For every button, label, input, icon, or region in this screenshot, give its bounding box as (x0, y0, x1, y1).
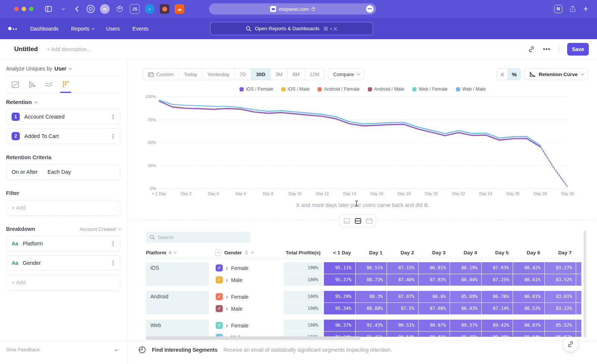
expand-chevron-icon[interactable]: › (226, 322, 228, 329)
range-30d[interactable]: 30D (251, 69, 271, 80)
close-window-button[interactable] (14, 7, 19, 11)
more-actions-button[interactable]: ••• (543, 46, 550, 53)
tab-insights[interactable] (11, 81, 19, 92)
table-search[interactable] (146, 232, 250, 243)
url-more-button[interactable]: ••• (366, 5, 373, 13)
legend-item[interactable]: Web / Female (412, 87, 448, 92)
range-today[interactable]: Today (179, 69, 203, 80)
range-custom[interactable]: Custom (143, 69, 179, 80)
breakdown-item-platform[interactable]: AaPlatform••• (6, 236, 120, 251)
horizontal-scrollbar[interactable] (146, 336, 360, 340)
range-6m[interactable]: 6M (288, 69, 305, 80)
gender-select-all-checkbox[interactable]: − (215, 250, 221, 256)
nav-item-events[interactable]: Events (132, 26, 149, 32)
mixpanel-logo[interactable] (8, 27, 17, 30)
criteria-on-or-after[interactable]: On or After (12, 169, 38, 175)
chart-type-dropdown[interactable]: Retention Curve (524, 68, 588, 80)
retention-criteria-control[interactable]: On or After Each Day (6, 164, 120, 180)
total-profiles-column-header[interactable]: Total Profile(s) (284, 250, 323, 255)
retention-step-1[interactable]: 1Account Created••• (6, 109, 120, 125)
expand-chevron-icon[interactable]: › (226, 293, 228, 301)
tab-retention[interactable] (62, 81, 70, 92)
report-description-placeholder[interactable]: + Add description... (47, 46, 91, 52)
legend-item[interactable]: iOS / Male (281, 87, 309, 92)
share-icon[interactable] (570, 6, 576, 12)
nav-item-dashboards[interactable]: Dashboards (30, 26, 59, 32)
range-12m[interactable]: 12M (305, 69, 324, 80)
extension-circle-icon[interactable] (87, 5, 95, 13)
layout-chart-focus-icon[interactable] (341, 216, 352, 226)
extension-m-icon[interactable]: m (100, 4, 110, 14)
gender-checkbox[interactable]: ✓ (216, 293, 223, 300)
collapse-sidebar-icon[interactable]: ⇤ (115, 347, 119, 353)
filter-add-button[interactable]: + Add (6, 200, 120, 216)
legend-item[interactable]: Android / Male (368, 87, 404, 92)
criteria-each-day[interactable]: Each Day (47, 169, 71, 175)
tab-flows[interactable] (45, 81, 53, 92)
day-column-header[interactable]: < 1 Day (324, 250, 356, 255)
vertical-scrollbar[interactable] (584, 230, 586, 338)
table-search-input[interactable] (158, 235, 240, 240)
url-bar[interactable]: mixpanel.com ••• (209, 3, 376, 15)
step-options-button[interactable]: ••• (111, 134, 115, 139)
day-column-header[interactable]: Day 7 (545, 250, 576, 255)
gender-column-header[interactable]: − Gender 3 (215, 250, 284, 256)
analyze-value[interactable]: User (54, 66, 66, 72)
legend-item[interactable]: Web / Male (456, 87, 486, 92)
tab-funnels[interactable] (28, 81, 36, 92)
layout-split-icon[interactable] (353, 216, 363, 226)
copy-link-icon[interactable] (528, 46, 535, 53)
extension-cube-icon[interactable] (115, 4, 125, 14)
gender-checkbox[interactable]: ✓ (216, 276, 223, 283)
notion-icon[interactable]: N (554, 5, 562, 13)
retention-section-header[interactable]: Retention (6, 99, 120, 105)
breakdown-scope-dropdown[interactable]: Account Created (79, 226, 120, 232)
new-tab-icon[interactable]: + (583, 4, 588, 14)
nav-item-reports[interactable]: Reports (71, 26, 94, 32)
gender-checkbox[interactable]: ✓ (216, 322, 223, 329)
minimize-window-button[interactable] (22, 7, 26, 11)
day-column-header[interactable]: Day 6 (513, 250, 545, 255)
breakdown-options-button[interactable]: ••• (111, 241, 115, 247)
extension-postman-icon[interactable] (160, 4, 169, 14)
gender-checkbox[interactable]: ✓ (216, 264, 223, 272)
share-link-fab[interactable] (563, 337, 578, 352)
expand-chevron-icon[interactable]: › (226, 264, 228, 272)
range-yesterday[interactable]: Yesterday (203, 69, 235, 80)
expand-chevron-icon[interactable]: › (226, 305, 228, 313)
absolute-toggle[interactable]: # (497, 69, 508, 80)
analyze-uniques-control[interactable]: Analyze Uniques by User (6, 60, 120, 76)
expand-chevron-icon[interactable]: › (226, 276, 228, 284)
window-controls[interactable] (14, 7, 34, 11)
legend-item[interactable]: Android / Female (318, 87, 359, 92)
day-column-header[interactable]: Day 5 (482, 250, 513, 255)
breakdown-options-button[interactable]: ••• (111, 260, 115, 266)
maximize-window-button[interactable] (29, 7, 34, 11)
report-title[interactable]: Untitled (14, 46, 38, 53)
day-column-header[interactable]: Day 3 (419, 250, 450, 255)
breakdown-add-button[interactable]: + Add (6, 274, 120, 290)
day-column-header[interactable]: Day 4 (450, 250, 482, 255)
percent-toggle[interactable]: % (508, 69, 520, 80)
chevron-down-icon[interactable] (58, 4, 67, 13)
layout-table-focus-icon[interactable] (364, 216, 374, 226)
global-search[interactable]: Open Reports & Dashboards ⌘ + K (210, 22, 373, 35)
extension-js-icon[interactable]: JS (130, 4, 140, 14)
range-3m[interactable]: 3M (271, 69, 288, 80)
compare-button[interactable]: Compare (328, 68, 365, 80)
back-icon[interactable] (72, 4, 81, 13)
nav-item-users[interactable]: Users (106, 26, 120, 32)
extension-bird-icon[interactable]: ◗ (145, 4, 154, 14)
legend-item[interactable]: iOS / Female (240, 87, 273, 92)
breakdown-item-gender[interactable]: AaGender••• (6, 255, 120, 271)
extension-soundcloud-icon[interactable]: ☁ (175, 4, 184, 14)
range-7d[interactable]: 7D (235, 69, 251, 80)
platform-column-header[interactable]: Platform 4 (146, 250, 209, 255)
sidebar-toggle-icon[interactable] (44, 4, 53, 13)
step-options-button[interactable]: ••• (111, 114, 115, 120)
segments-title[interactable]: Find Interesting Segments (152, 347, 218, 353)
retention-step-2[interactable]: 2Added To Cart••• (6, 128, 120, 144)
day-column-header[interactable]: Day 1 (356, 250, 387, 255)
save-button[interactable]: Save (567, 43, 589, 56)
gender-checkbox[interactable]: ✓ (216, 305, 223, 312)
